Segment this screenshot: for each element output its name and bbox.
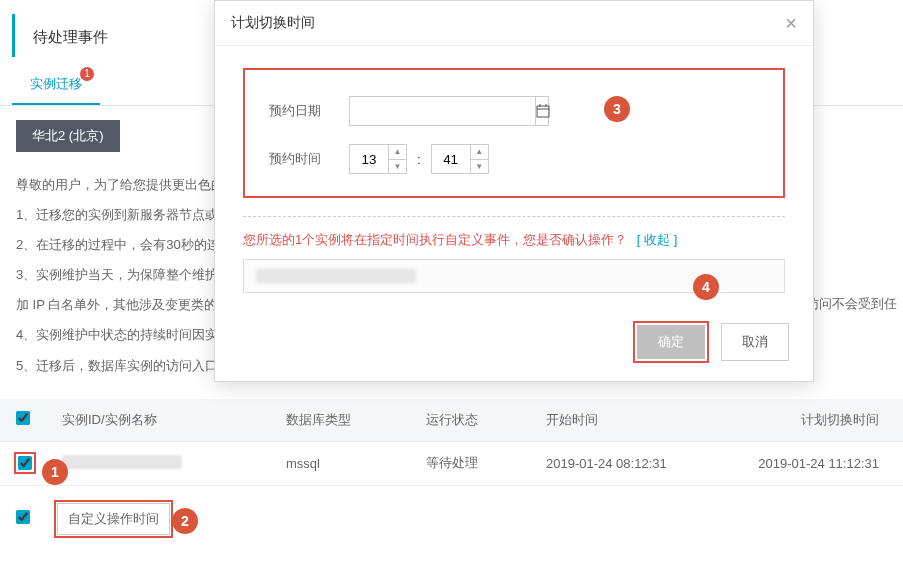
- select-all-checkbox[interactable]: [16, 411, 30, 425]
- minute-up-icon[interactable]: ▲: [471, 145, 488, 160]
- time-label: 预约时间: [269, 150, 349, 168]
- date-input-wrapper: [349, 96, 549, 126]
- col-header-state: 运行状态: [426, 411, 546, 429]
- cell-plan: 2019-01-24 11:12:31: [746, 456, 887, 471]
- instance-id-blurred: [256, 269, 416, 283]
- svg-rect-0: [537, 106, 549, 117]
- calendar-icon[interactable]: [535, 97, 550, 125]
- events-table: 实例ID/实例名称 数据库类型 运行状态 开始时间 计划切换时间 mssql 等…: [0, 399, 903, 548]
- col-header-start: 开始时间: [546, 411, 746, 429]
- footer-checkbox[interactable]: [16, 510, 30, 524]
- callout-3: 3: [604, 96, 630, 122]
- table-footer: 自定义操作时间: [0, 486, 903, 548]
- confirm-button[interactable]: 确定: [637, 325, 705, 359]
- hour-spinner: ▲▼: [349, 144, 407, 174]
- schedule-form-area: 预约日期 预约时间 ▲▼ : ▲▼: [243, 68, 785, 198]
- instance-id-blurred: [62, 455, 182, 469]
- collapse-link[interactable]: [ 收起 ]: [637, 232, 677, 247]
- table-header: 实例ID/实例名称 数据库类型 运行状态 开始时间 计划切换时间: [0, 399, 903, 442]
- date-input[interactable]: [350, 97, 535, 125]
- hour-up-icon[interactable]: ▲: [389, 145, 406, 160]
- col-header-plan: 计划切换时间: [746, 411, 887, 429]
- tab-label: 实例迁移: [30, 76, 82, 91]
- divider: [243, 216, 785, 217]
- callout-1: 1: [42, 459, 68, 485]
- schedule-modal: 计划切换时间 × 预约日期 预约时间 ▲▼ :: [214, 0, 814, 382]
- modal-title: 计划切换时间: [231, 14, 315, 32]
- confirm-warning: 您所选的1个实例将在指定时间执行自定义事件，您是否确认操作？: [243, 232, 627, 247]
- date-label: 预约日期: [269, 102, 349, 120]
- callout-4: 4: [693, 274, 719, 300]
- minute-down-icon[interactable]: ▼: [471, 160, 488, 174]
- table-row: mssql 等待处理 2019-01-24 08:12:31 2019-01-2…: [0, 442, 903, 486]
- row-checkbox[interactable]: [18, 456, 32, 470]
- close-icon[interactable]: ×: [785, 13, 797, 33]
- tab-badge: 1: [80, 67, 94, 81]
- cell-start: 2019-01-24 08:12:31: [546, 456, 746, 471]
- minute-spinner: ▲▼: [431, 144, 489, 174]
- callout-2: 2: [172, 508, 198, 534]
- cell-state: 等待处理: [426, 454, 546, 472]
- minute-input[interactable]: [432, 145, 470, 173]
- time-separator: :: [417, 152, 421, 167]
- custom-time-button[interactable]: 自定义操作时间: [57, 503, 170, 535]
- hour-input[interactable]: [350, 145, 388, 173]
- col-header-name: 实例ID/实例名称: [56, 411, 286, 429]
- cell-dbtype: mssql: [286, 456, 426, 471]
- hour-down-icon[interactable]: ▼: [389, 160, 406, 174]
- region-selector-button[interactable]: 华北2 (北京): [16, 120, 120, 152]
- col-header-dbtype: 数据库类型: [286, 411, 426, 429]
- cancel-button[interactable]: 取消: [721, 323, 789, 361]
- tab-instance-migration[interactable]: 实例迁移 1: [12, 65, 100, 105]
